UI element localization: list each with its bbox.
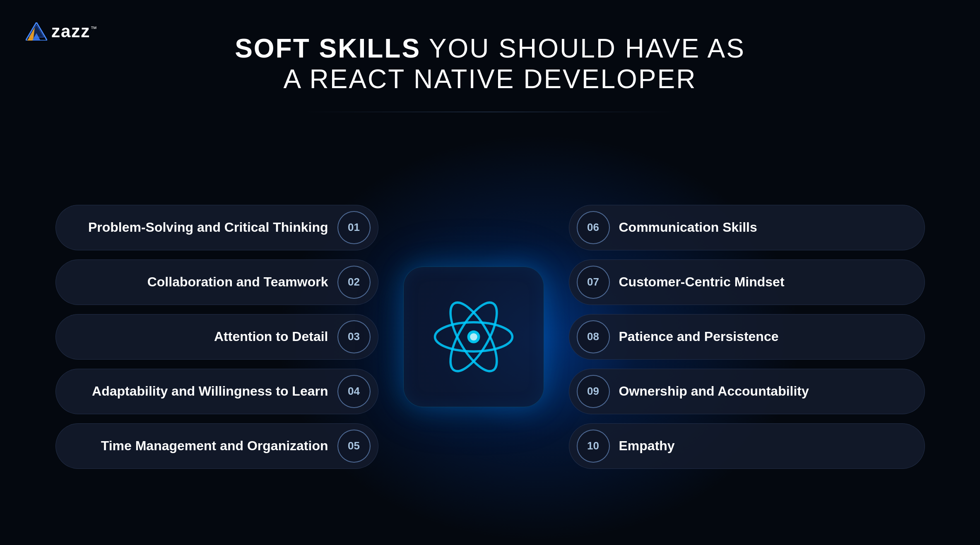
skill-item-01: Problem-Solving and Critical Thinking 01 bbox=[55, 205, 378, 250]
skill-item-03: Attention to Detail 03 bbox=[55, 314, 378, 360]
skill-label-03: Attention to Detail bbox=[72, 329, 328, 344]
left-skills-column: Problem-Solving and Critical Thinking 01… bbox=[55, 205, 378, 469]
skill-label-07: Customer-Centric Mindset bbox=[619, 274, 908, 290]
skill-label-02: Collaboration and Teamwork bbox=[72, 274, 328, 290]
react-logo-svg bbox=[428, 291, 519, 382]
skill-item-05: Time Management and Organization 05 bbox=[55, 423, 378, 469]
skill-number-08: 08 bbox=[577, 320, 610, 353]
skill-number-09: 09 bbox=[577, 375, 610, 408]
skill-label-06: Communication Skills bbox=[619, 219, 908, 235]
skill-number-03: 03 bbox=[337, 320, 371, 353]
svg-point-8 bbox=[470, 333, 477, 341]
skill-item-08: 08 Patience and Persistence bbox=[569, 314, 925, 360]
right-skills-column: 06 Communication Skills 07 Customer-Cent… bbox=[569, 205, 925, 469]
skill-item-02: Collaboration and Teamwork 02 bbox=[55, 259, 378, 305]
divider bbox=[304, 112, 677, 112]
skill-item-09: 09 Ownership and Accountability bbox=[569, 369, 925, 414]
skill-number-06: 06 bbox=[577, 211, 610, 244]
skill-label-08: Patience and Persistence bbox=[619, 329, 908, 344]
skill-item-07: 07 Customer-Centric Mindset bbox=[569, 259, 925, 305]
skill-label-10: Empathy bbox=[619, 438, 908, 454]
skill-label-09: Ownership and Accountability bbox=[619, 383, 908, 399]
title-section: SOFT SKILLS YOU SHOULD HAVE AS A REACT N… bbox=[0, 33, 980, 94]
skill-number-01: 01 bbox=[337, 211, 371, 244]
skill-number-04: 04 bbox=[337, 375, 371, 408]
skill-number-05: 05 bbox=[337, 430, 371, 463]
react-native-icon bbox=[403, 266, 544, 407]
content-area: Problem-Solving and Critical Thinking 01… bbox=[0, 128, 980, 545]
title-line2: A REACT NATIVE DEVELOPER bbox=[0, 64, 980, 94]
skill-number-07: 07 bbox=[577, 266, 610, 299]
skill-label-05: Time Management and Organization bbox=[72, 438, 328, 454]
skill-item-04: Adaptability and Willingness to Learn 04 bbox=[55, 369, 378, 414]
skill-label-04: Adaptability and Willingness to Learn bbox=[72, 383, 328, 399]
skill-number-02: 02 bbox=[337, 266, 371, 299]
skill-label-01: Problem-Solving and Critical Thinking bbox=[72, 219, 328, 235]
skill-item-06: 06 Communication Skills bbox=[569, 205, 925, 250]
skill-number-10: 10 bbox=[577, 430, 610, 463]
skill-item-10: 10 Empathy bbox=[569, 423, 925, 469]
title-line1: SOFT SKILLS YOU SHOULD HAVE AS bbox=[0, 33, 980, 64]
